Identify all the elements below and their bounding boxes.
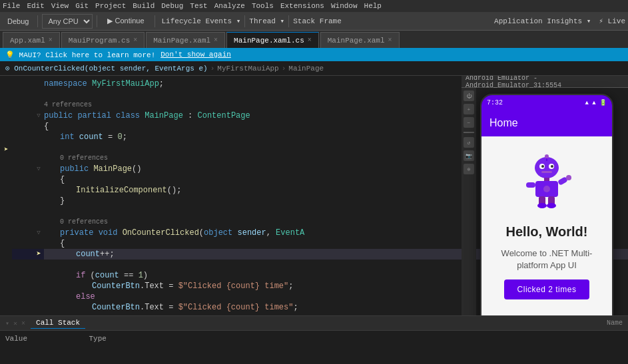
svg-rect-7	[541, 171, 552, 173]
menu-debug[interactable]: Debug	[161, 2, 183, 10]
svg-point-6	[545, 154, 549, 158]
welcome-text: Welcome to .NET Multi-platform App UI	[488, 248, 605, 272]
svg-point-17	[547, 203, 556, 208]
hello-text: Hello, World!	[506, 224, 588, 240]
emulator-ctrl-rotate[interactable]: ↺	[464, 137, 474, 148]
tab-label: MauiProgram.cs	[69, 37, 130, 45]
tab-close-icon[interactable]: ×	[133, 37, 137, 44]
phone-icons: ▲ ▲ 🔋	[585, 99, 607, 106]
menu-file[interactable]: File	[3, 2, 20, 10]
toolbar-separator-5	[288, 15, 289, 27]
phone-inner: 7:32 ▲ ▲ 🔋 Home	[481, 95, 612, 315]
left-gutter: ➤	[0, 76, 12, 315]
panel-body: Value Type	[0, 331, 628, 347]
code-editor[interactable]: namespace MyFirstMauiApp; 4 references ▽…	[12, 76, 628, 315]
phone-status-bar: 7:32 ▲ ▲ 🔋	[481, 95, 612, 110]
tab-mainpage-xaml-2[interactable]: MainPage.xaml ×	[320, 32, 400, 48]
menu-git[interactable]: Git	[75, 2, 89, 10]
tab-label: MainPage.xaml	[328, 37, 385, 45]
menu-build[interactable]: Build	[133, 2, 155, 10]
panel-controls[interactable]: ▾ ✕ ×	[5, 319, 25, 327]
emulator-ctrl-zoom[interactable]: ⊕	[464, 164, 474, 174]
menu-analyze[interactable]: Analyze	[214, 2, 245, 10]
emulator-side-controls: ⏻ + − ↺ 📷 ⊕	[462, 88, 476, 315]
bottom-area: ▾ ✕ × Call Stack Name Value Type	[0, 315, 628, 364]
tab-label: App.xaml	[10, 37, 45, 45]
live-share-btn[interactable]: ⚡ Live	[599, 17, 625, 25]
menu-bar: File Edit View Git Project Build Debug T…	[0, 0, 628, 12]
counter-button[interactable]: Clicked 2 times	[504, 279, 590, 299]
breadcrumb-bar: ⊙ OnCounterClicked(object sender, EventA…	[0, 61, 628, 76]
menu-extensions[interactable]: Extensions	[280, 2, 324, 10]
debug-dropdown[interactable]: Debug	[3, 14, 33, 29]
emulator-sep	[464, 132, 474, 133]
app-title: Home	[489, 117, 518, 129]
emulator-ctrl-power[interactable]: ⏻	[464, 91, 474, 101]
toolbar-separator-4	[244, 15, 245, 27]
svg-point-10	[543, 186, 550, 192]
menu-tools[interactable]: Tools	[252, 2, 274, 10]
main-area: ➤ namespace MyFirstMauiApp; 4 references…	[0, 76, 628, 315]
cpu-dropdown[interactable]: Any CPU	[42, 14, 93, 29]
menu-project[interactable]: Project	[95, 2, 126, 10]
call-stack-panel: ▾ ✕ × Call Stack Name Value Type	[0, 316, 628, 364]
svg-point-16	[537, 203, 547, 208]
phone-frame: 7:32 ▲ ▲ 🔋 Home	[480, 94, 613, 315]
tab-mauiprogram[interactable]: MauiProgram.cs ×	[61, 32, 145, 48]
dismiss-link[interactable]: Don't show again	[160, 51, 231, 59]
thread-label[interactable]: Thread ▾	[249, 17, 284, 25]
menu-window[interactable]: Window	[331, 2, 358, 10]
tab-close-icon[interactable]: ×	[388, 37, 392, 44]
emulator-ctrl-vol-up[interactable]: +	[464, 104, 474, 114]
emulator-content: ⏻ + − ↺ 📷 ⊕ 7:32 ▲ ▲ 🔋	[462, 88, 628, 315]
tab-mainpage-xaml[interactable]: MainPage.xaml ×	[146, 32, 225, 48]
breadcrumb-class: MainPage	[288, 65, 324, 73]
emulator-titlebar: Android Emulator - Android_Emulator_31:5…	[462, 76, 628, 88]
emulator-overlay: Android Emulator - Android_Emulator_31:5…	[462, 76, 628, 315]
tab-close-icon[interactable]: ×	[308, 37, 312, 44]
debug-arrow: ➤	[4, 145, 9, 154]
col-value: Value	[5, 335, 27, 343]
tab-close-icon[interactable]: ×	[49, 37, 53, 44]
tab-mainpage-cs[interactable]: MainPage.xaml.cs ×	[226, 32, 319, 48]
emulator-ctrl-vol-down[interactable]: −	[464, 117, 474, 128]
app-toolbar: Home	[481, 110, 612, 136]
svg-rect-8	[544, 178, 549, 181]
col-type: Type	[89, 335, 106, 343]
panel-right-controls: Name	[607, 319, 623, 327]
svg-point-13	[566, 175, 571, 180]
menu-help[interactable]: Help	[364, 2, 382, 10]
tab-bar: App.xaml × MauiProgram.cs × MainPage.xam…	[0, 31, 628, 48]
svg-rect-11	[526, 182, 535, 188]
app-content: Hello, World! Welcome to .NET Multi-plat…	[481, 136, 612, 315]
continue-button[interactable]: ▶ Continue	[101, 14, 150, 29]
tab-close-icon[interactable]: ×	[214, 37, 218, 44]
panel-columns: Value Type	[5, 333, 623, 344]
stack-frame-label[interactable]: Stack Frame	[293, 17, 342, 25]
tab-call-stack[interactable]: Call Stack	[31, 317, 85, 329]
phone-time: 7:32	[487, 99, 503, 106]
menu-edit[interactable]: Edit	[27, 2, 44, 10]
emulator-title: Android Emulator - Android_Emulator_31:5…	[466, 76, 624, 89]
tab-label: MainPage.xaml	[153, 37, 210, 45]
panel-header: ▾ ✕ × Call Stack Name	[0, 316, 628, 331]
emulator-ctrl-screenshot[interactable]: 📷	[464, 150, 474, 161]
svg-point-4	[551, 165, 553, 168]
svg-point-3	[541, 165, 544, 168]
info-text[interactable]: 💡 MAUI? Click here to learn more!	[5, 51, 155, 59]
breadcrumb-target: ⊙ OnCounterClicked(object sender, EventA…	[5, 64, 208, 73]
toolbar: Debug Any CPU ▶ Continue Lifecycle Event…	[0, 12, 628, 31]
toolbar-separator-2	[97, 15, 97, 27]
tab-label: MainPage.xaml.cs	[234, 37, 304, 45]
lifecycle-label[interactable]: Lifecycle Events ▾	[162, 17, 241, 25]
toolbar-separator-3	[155, 15, 155, 27]
menu-test[interactable]: Test	[190, 2, 207, 10]
toolbar-separator-1	[37, 15, 38, 27]
robot-svg	[517, 153, 577, 213]
breadcrumb-namespace: MyFirstMauiApp	[217, 65, 278, 73]
app-insights[interactable]: Application Insights ▾	[494, 17, 591, 25]
tab-app-xaml[interactable]: App.xaml ×	[3, 32, 60, 48]
info-bar: 💡 MAUI? Click here to learn more! Don't …	[0, 48, 628, 61]
robot-image	[513, 150, 580, 216]
menu-view[interactable]: View	[51, 2, 69, 10]
